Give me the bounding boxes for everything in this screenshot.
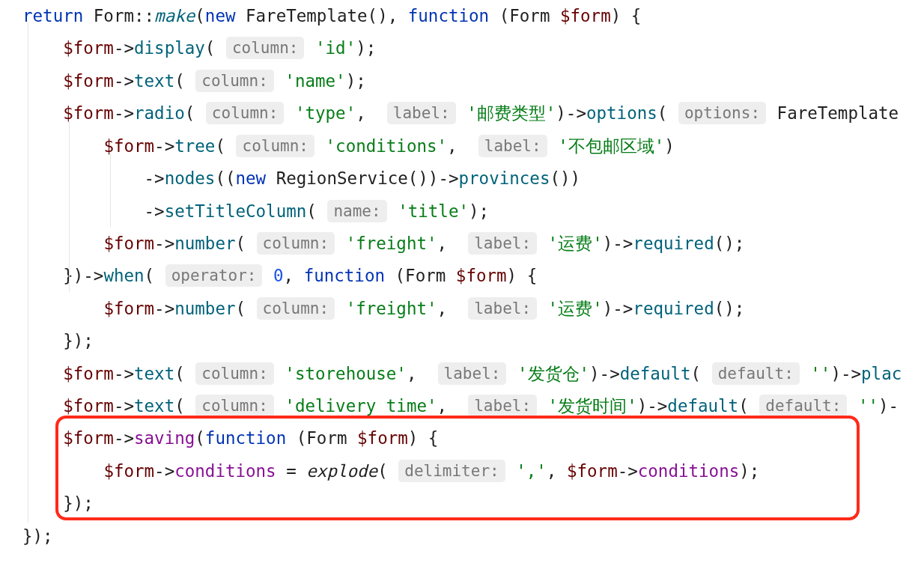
code-line: $form->tree( column: 'conditions', label… bbox=[22, 130, 924, 162]
property-conditions: conditions bbox=[174, 461, 276, 481]
code-line: $form->text( column: 'name'); bbox=[22, 65, 924, 97]
code-line: }); bbox=[22, 520, 924, 553]
param-hint-column: column: bbox=[226, 37, 305, 59]
param-hint-delimiter: delimiter: bbox=[398, 460, 505, 482]
param-hint-label: label: bbox=[387, 102, 456, 124]
method-plac: plac bbox=[861, 364, 902, 383]
method-display: display bbox=[134, 38, 205, 58]
keyword-function: function bbox=[408, 6, 489, 25]
string-postage-type: '邮费类型' bbox=[466, 103, 556, 123]
string-type: 'type' bbox=[295, 103, 356, 123]
method-default: default bbox=[620, 364, 691, 383]
param-hint-name: name: bbox=[327, 200, 386, 222]
string-no-ship-region: '不包邮区域' bbox=[558, 136, 664, 156]
string-freight-cn: '运费' bbox=[548, 234, 603, 253]
code-line: $form->conditions = explode( delimiter: … bbox=[22, 455, 924, 487]
string-conditions: 'conditions' bbox=[326, 136, 448, 156]
code-line: $form->radio( column: 'type', label: '邮费… bbox=[22, 97, 924, 130]
code-line: }); bbox=[22, 325, 924, 357]
param-hint-label: label: bbox=[468, 297, 537, 320]
code-line: $form->text( column: 'storehouse', label… bbox=[22, 358, 924, 390]
var-form: $form bbox=[560, 6, 611, 25]
method-number: number bbox=[174, 299, 235, 318]
code-line: return Form::make(new FareTemplate(), fu… bbox=[22, 0, 924, 32]
method-radio: radio bbox=[134, 103, 185, 123]
string-freight: 'freight' bbox=[346, 234, 437, 253]
code-line: ->nodes((new RegionService())->provinces… bbox=[22, 162, 924, 195]
param-hint-column: column: bbox=[206, 102, 285, 124]
method-text: text bbox=[134, 71, 174, 91]
keyword-new: new bbox=[205, 6, 236, 25]
method-options: options bbox=[586, 103, 657, 123]
method-required: required bbox=[633, 234, 714, 253]
code-line: }); bbox=[22, 487, 924, 520]
code-line: $form->saving(function (Form $form) { bbox=[22, 422, 924, 454]
code-line: $form->text( column: 'delivery_time', la… bbox=[22, 390, 924, 422]
string-title: 'title' bbox=[398, 201, 469, 221]
string-empty: '' bbox=[810, 364, 830, 383]
param-hint-column: column: bbox=[236, 135, 314, 157]
param-hint-label: label: bbox=[478, 135, 547, 157]
method-settitlecolumn: setTitleColumn bbox=[165, 201, 307, 221]
code-editor[interactable]: return Form::make(new FareTemplate(), fu… bbox=[0, 0, 924, 553]
method-saving: saving bbox=[134, 428, 195, 448]
method-make: make bbox=[154, 6, 195, 25]
class-faretemplate: FareTemplate bbox=[246, 6, 368, 25]
param-hint-column: column: bbox=[257, 232, 335, 255]
code-line: $form->number( column: 'freight', label:… bbox=[22, 228, 924, 260]
string-delivery-time: 'delivery_time' bbox=[285, 396, 437, 416]
method-when: when bbox=[103, 266, 144, 285]
string-storehouse: 'storehouse' bbox=[285, 364, 407, 383]
keyword-return: return bbox=[22, 6, 83, 25]
class-form: Form bbox=[94, 6, 134, 25]
string-id: 'id' bbox=[315, 38, 356, 58]
function-explode: explode bbox=[306, 461, 377, 481]
method-nodes: nodes bbox=[165, 168, 216, 188]
method-provinces: provinces bbox=[459, 168, 550, 188]
number-zero: 0 bbox=[273, 266, 284, 285]
string-delivery-time-cn: '发货时间' bbox=[548, 396, 637, 416]
param-hint-operator: operator: bbox=[165, 264, 263, 287]
code-line: $form->number( column: 'freight', label:… bbox=[22, 293, 924, 325]
indent-guide bbox=[28, 22, 28, 523]
param-hint-label: label: bbox=[468, 232, 537, 255]
param-hint-options: options: bbox=[678, 102, 766, 124]
method-tree: tree bbox=[174, 136, 215, 156]
param-hint-column: column: bbox=[195, 70, 274, 92]
indent-guide bbox=[69, 121, 70, 292]
code-line: })->when( operator: 0, function (Form $f… bbox=[22, 260, 924, 292]
string-name: 'name' bbox=[285, 71, 345, 91]
string-storehouse-cn: '发货仓' bbox=[517, 364, 589, 383]
code-line: ->setTitleColumn( name: 'title'); bbox=[22, 195, 924, 228]
class-regionservice: RegionService bbox=[276, 168, 408, 188]
indent-guide bbox=[110, 153, 111, 227]
param-hint-default: default: bbox=[712, 362, 800, 385]
param-hint-column: column: bbox=[257, 297, 335, 320]
code-line: $form->display( column: 'id'); bbox=[22, 32, 924, 64]
method-number: number bbox=[174, 234, 235, 253]
string-comma: ',' bbox=[516, 461, 547, 481]
